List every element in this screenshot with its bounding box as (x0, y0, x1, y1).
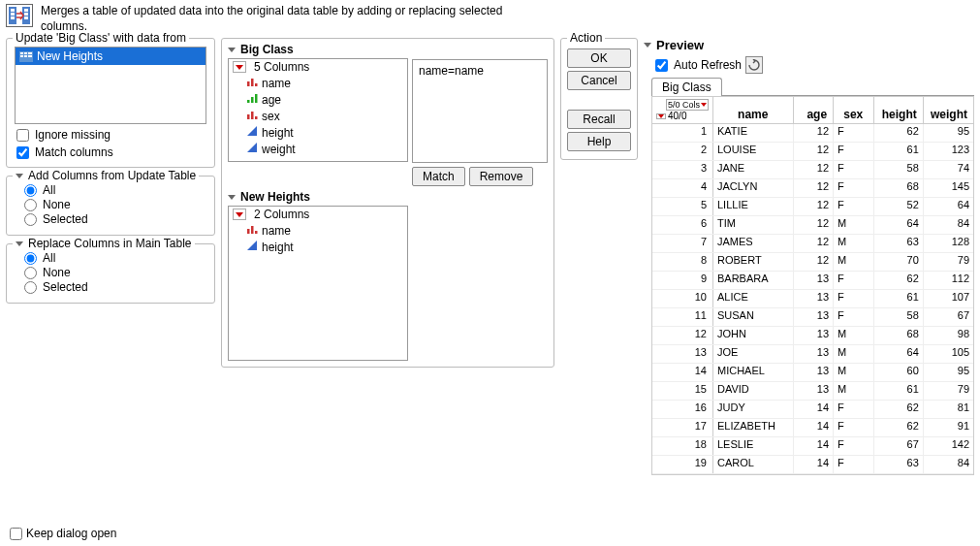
cell-weight[interactable]: 107 (924, 290, 973, 307)
cell-name[interactable]: LESLIE (713, 437, 794, 455)
cell-height[interactable]: 61 (874, 290, 924, 307)
row-number[interactable]: 3 (652, 161, 713, 178)
cell-age[interactable]: 12 (794, 235, 834, 252)
replace-all-radio[interactable]: All (22, 251, 206, 265)
cell-age[interactable]: 12 (794, 143, 834, 160)
keep-dialog-open-checkbox[interactable]: Keep dialog open (10, 527, 116, 540)
cell-sex[interactable]: F (834, 124, 873, 142)
cell-weight[interactable]: 84 (924, 216, 973, 234)
cell-weight[interactable]: 81 (924, 401, 973, 418)
table-row[interactable]: 9BARBARA13F62112 (652, 272, 973, 290)
keep-dialog-open-input[interactable] (10, 528, 22, 540)
row-number[interactable]: 8 (652, 253, 713, 271)
table-row[interactable]: 14MICHAEL13M6095 (652, 364, 973, 382)
cell-name[interactable]: LILLIE (713, 198, 794, 215)
recall-button[interactable]: Recall (567, 110, 631, 129)
cell-height[interactable]: 70 (874, 253, 924, 271)
cell-name[interactable]: MICHAEL (713, 364, 794, 381)
cell-name[interactable]: JUDY (713, 401, 794, 418)
cell-name[interactable]: DAVID (713, 382, 794, 400)
col-header-height[interactable]: height (874, 97, 924, 123)
row-number[interactable]: 11 (652, 308, 713, 326)
ignore-missing-checkbox[interactable]: Ignore missing (15, 128, 206, 142)
match-button[interactable]: Match (412, 167, 465, 186)
cell-sex[interactable]: M (834, 345, 873, 363)
cell-sex[interactable]: F (834, 272, 873, 289)
cell-name[interactable]: JANE (713, 161, 794, 178)
column-item[interactable]: weight (229, 141, 407, 157)
cell-sex[interactable]: M (834, 216, 873, 234)
cell-weight[interactable]: 112 (924, 272, 973, 289)
table-row[interactable]: 10ALICE13F61107 (652, 290, 973, 308)
cell-name[interactable]: ALICE (713, 290, 794, 307)
tab-big-class[interactable]: Big Class (651, 78, 722, 96)
cell-age[interactable]: 13 (794, 327, 834, 344)
table-row[interactable]: 7JAMES12M63128 (652, 235, 973, 253)
cell-age[interactable]: 14 (794, 456, 834, 473)
cell-height[interactable]: 58 (874, 308, 924, 326)
cell-age[interactable]: 14 (794, 437, 834, 455)
cell-sex[interactable]: M (834, 364, 873, 381)
table-row[interactable]: 3JANE12F5874 (652, 161, 973, 179)
cell-sex[interactable]: F (834, 198, 873, 215)
cell-weight[interactable]: 79 (924, 382, 973, 400)
big-class-columns-list[interactable]: 5 Columns nameagesexheightweight (228, 58, 408, 162)
row-number[interactable]: 13 (652, 345, 713, 363)
cell-sex[interactable]: F (834, 143, 873, 160)
row-number[interactable]: 6 (652, 216, 713, 234)
table-row[interactable]: 13JOE13M64105 (652, 345, 973, 364)
table-row[interactable]: 16JUDY14F6281 (652, 401, 973, 419)
cell-height[interactable]: 63 (874, 456, 924, 473)
refresh-icon[interactable] (745, 56, 763, 74)
cell-sex[interactable]: F (834, 179, 873, 197)
row-number[interactable]: 9 (652, 272, 713, 289)
cell-name[interactable]: TIM (713, 216, 794, 234)
add-all-radio[interactable]: All (22, 183, 206, 197)
col-header-weight[interactable]: weight (924, 97, 973, 123)
column-item[interactable]: age (229, 91, 407, 108)
column-item[interactable]: sex (229, 108, 407, 124)
auto-refresh-input[interactable] (655, 59, 668, 72)
new-heights-columns-list[interactable]: 2 Columns nameheight (228, 206, 408, 361)
row-number[interactable]: 5 (652, 198, 713, 215)
row-number[interactable]: 17 (652, 419, 713, 436)
cell-height[interactable]: 63 (874, 235, 924, 252)
cell-age[interactable]: 12 (794, 161, 834, 178)
add-columns-legend[interactable]: Add Columns from Update Table (13, 169, 199, 182)
table-row[interactable]: 11SUSAN13F5867 (652, 308, 973, 327)
table-row[interactable]: 19CAROL14F6384 (652, 456, 973, 474)
column-item[interactable]: height (229, 239, 407, 255)
cell-weight[interactable]: 145 (924, 179, 973, 197)
row-number[interactable]: 1 (652, 124, 713, 142)
row-number[interactable]: 15 (652, 382, 713, 400)
cell-name[interactable]: KATIE (713, 124, 794, 142)
cell-sex[interactable]: F (834, 456, 873, 473)
cell-height[interactable]: 62 (874, 272, 924, 289)
cell-age[interactable]: 14 (794, 401, 834, 418)
match-columns-input[interactable] (16, 146, 29, 159)
cell-age[interactable]: 13 (794, 345, 834, 363)
cell-height[interactable]: 62 (874, 401, 924, 418)
cell-name[interactable]: SUSAN (713, 308, 794, 326)
table-row[interactable]: 4JACLYN12F68145 (652, 179, 973, 198)
cell-height[interactable]: 60 (874, 364, 924, 381)
cell-height[interactable]: 67 (874, 437, 924, 455)
cell-name[interactable]: JOHN (713, 327, 794, 344)
new-heights-title[interactable]: New Heights (228, 190, 548, 204)
row-number[interactable]: 19 (652, 456, 713, 473)
cell-height[interactable]: 64 (874, 216, 924, 234)
cell-sex[interactable]: M (834, 235, 873, 252)
table-row[interactable]: 15DAVID13M6179 (652, 382, 973, 401)
columns-count[interactable]: 5 Columns (229, 59, 407, 75)
source-tables-list[interactable]: New Heights (15, 47, 206, 124)
cell-weight[interactable]: 142 (924, 437, 973, 455)
cell-weight[interactable]: 79 (924, 253, 973, 271)
preview-title[interactable]: Preview (644, 38, 974, 52)
cell-age[interactable]: 14 (794, 419, 834, 436)
cell-age[interactable]: 13 (794, 364, 834, 381)
cell-height[interactable]: 58 (874, 161, 924, 178)
cancel-button[interactable]: Cancel (567, 71, 631, 90)
grid-corner[interactable]: 5/0 Cols 40/0 (652, 97, 713, 123)
replace-columns-legend[interactable]: Replace Columns in Main Table (13, 237, 195, 250)
cell-height[interactable]: 52 (874, 198, 924, 215)
